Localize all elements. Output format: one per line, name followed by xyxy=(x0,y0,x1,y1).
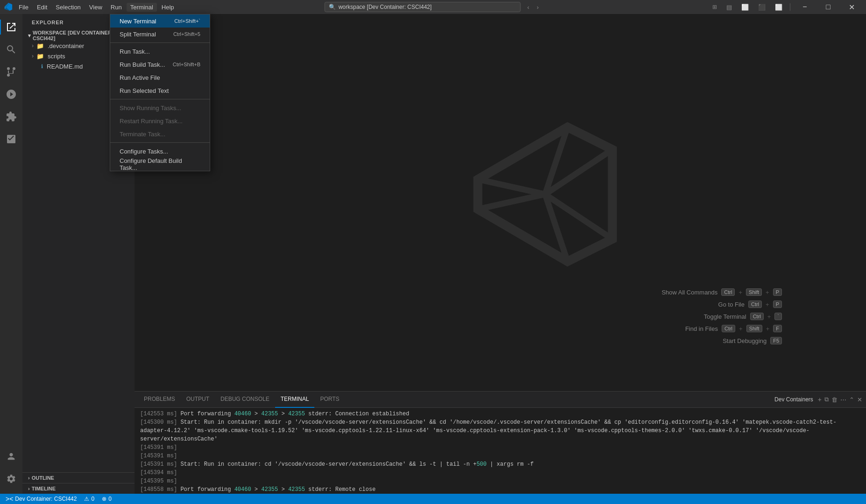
menu-configure-default-build-task[interactable]: Configure Default Build Task... xyxy=(110,158,210,171)
show-running-tasks-label: Show Running Tasks... xyxy=(120,105,181,112)
menu-run-task[interactable]: Run Task... xyxy=(110,45,210,58)
new-terminal-shortcut: Ctrl+Shift+` xyxy=(174,18,200,24)
split-terminal-label: Split Terminal xyxy=(120,31,156,38)
separator-3 xyxy=(110,142,210,143)
terminal-dropdown-menu: New Terminal Ctrl+Shift+` Split Terminal… xyxy=(110,14,210,171)
separator-2 xyxy=(110,99,210,99)
menu-run-active-file[interactable]: Run Active File xyxy=(110,71,210,84)
terminate-task-label: Terminate Task... xyxy=(120,131,165,138)
run-selected-text-label: Run Selected Text xyxy=(120,87,169,94)
run-build-shortcut: Ctrl+Shift+B xyxy=(173,62,200,67)
run-task-label: Run Task... xyxy=(120,48,150,55)
menu-show-running-tasks: Show Running Tasks... xyxy=(110,101,210,114)
separator-1 xyxy=(110,42,210,43)
configure-tasks-label: Configure Tasks... xyxy=(120,148,168,155)
menu-split-terminal[interactable]: Split Terminal Ctrl+Shift+5 xyxy=(110,28,210,41)
new-terminal-label: New Terminal xyxy=(120,18,156,25)
menu-run-build-task[interactable]: Run Build Task... Ctrl+Shift+B xyxy=(110,58,210,71)
menu-new-terminal[interactable]: New Terminal Ctrl+Shift+` xyxy=(110,14,210,28)
menu-restart-running-task: Restart Running Task... xyxy=(110,114,210,127)
menu-configure-tasks[interactable]: Configure Tasks... xyxy=(110,145,210,158)
menu-run-selected-text[interactable]: Run Selected Text xyxy=(110,84,210,97)
configure-default-build-task-label: Configure Default Build Task... xyxy=(120,157,200,171)
menu-terminate-task: Terminate Task... xyxy=(110,127,210,140)
split-terminal-shortcut: Ctrl+Shift+5 xyxy=(173,31,200,37)
run-build-task-label: Run Build Task... xyxy=(120,61,165,68)
restart-running-task-label: Restart Running Task... xyxy=(120,118,183,125)
run-active-file-label: Run Active File xyxy=(120,74,160,81)
